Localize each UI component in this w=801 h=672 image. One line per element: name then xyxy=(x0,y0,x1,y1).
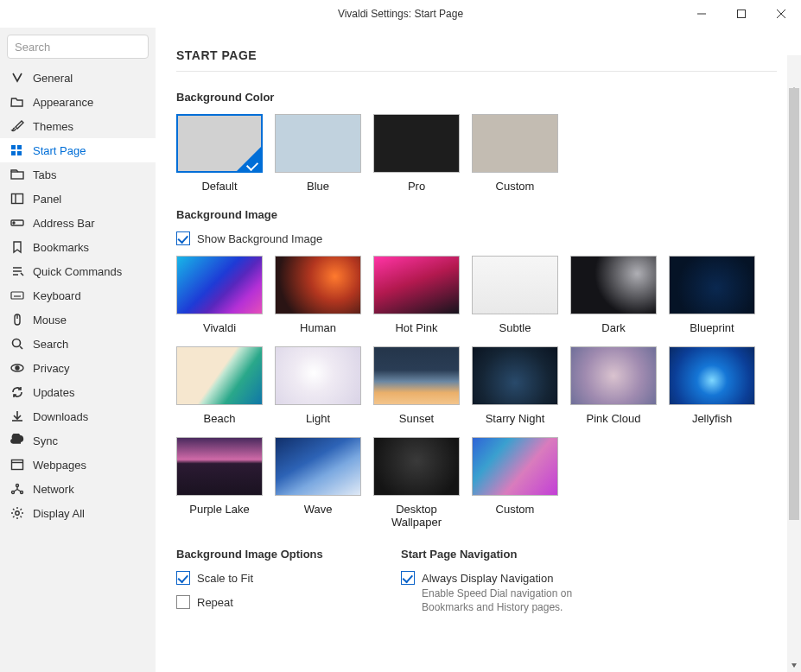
tile-human: Human xyxy=(275,256,361,334)
sidebar-item-updates[interactable]: Updates xyxy=(0,380,156,404)
scale-to-fit-label: Scale to Fit xyxy=(197,572,253,585)
swatch-dark[interactable] xyxy=(570,256,657,314)
tile-sunset: Sunset xyxy=(373,346,460,425)
scrollbar-track[interactable] xyxy=(787,55,801,672)
swatch-light[interactable] xyxy=(275,346,361,405)
sidebar-item-display-all[interactable]: Display All xyxy=(0,501,156,525)
sidebar-item-label: Display All xyxy=(33,507,85,520)
sidebar-item-label: Updates xyxy=(33,386,74,399)
sidebar-item-label: Privacy xyxy=(33,362,70,375)
swatch-beach[interactable] xyxy=(176,346,263,405)
sidebar-item-label: Start Page xyxy=(33,144,86,157)
show-bgimage-checkbox[interactable] xyxy=(176,231,190,245)
sidebar-item-tabs[interactable]: Tabs xyxy=(0,162,156,187)
repeat-label: Repeat xyxy=(197,596,233,609)
tile-label: Sunset xyxy=(399,412,434,425)
sidebar-item-address-bar[interactable]: Address Bar xyxy=(0,211,156,235)
downloads-icon xyxy=(10,409,24,423)
search-input[interactable] xyxy=(7,35,149,59)
bgimage-heading: Background Image xyxy=(176,208,777,221)
tile-label: Pink Cloud xyxy=(587,412,641,425)
tile-light: Light xyxy=(275,346,361,425)
swatch-pro[interactable] xyxy=(373,114,460,173)
swatch-sunset[interactable] xyxy=(373,346,460,405)
privacy-icon xyxy=(10,361,24,375)
swatch-hot-pink[interactable] xyxy=(373,256,460,314)
tile-custom: Custom xyxy=(472,114,558,193)
vivaldi-icon xyxy=(10,71,24,85)
tile-pro: Pro xyxy=(373,114,460,193)
tile-vivaldi: Vivaldi xyxy=(176,256,263,334)
svg-rect-8 xyxy=(11,172,23,179)
swatch-desktop-wallpaper[interactable] xyxy=(373,437,460,496)
swatch-human[interactable] xyxy=(275,256,361,314)
swatch-purple-lake[interactable] xyxy=(176,437,263,496)
sidebar-item-label: Quick Commands xyxy=(33,265,122,278)
tile-pink-cloud: Pink Cloud xyxy=(570,346,657,425)
sidebar-item-start-page[interactable]: Start Page xyxy=(0,138,156,162)
scale-to-fit-checkbox[interactable] xyxy=(176,571,190,585)
sidebar-item-bookmarks[interactable]: Bookmarks xyxy=(0,235,156,259)
tile-desktop-wallpaper: Desktop Wallpaper xyxy=(373,437,460,529)
tile-purple-lake: Purple Lake xyxy=(176,437,263,529)
swatch-blueprint[interactable] xyxy=(669,256,755,314)
tile-jellyfish: Jellyfish xyxy=(669,346,755,425)
close-button[interactable] xyxy=(761,0,801,28)
sidebar-item-privacy[interactable]: Privacy xyxy=(0,356,156,380)
tile-dark: Dark xyxy=(570,256,657,334)
always-display-nav-checkbox[interactable] xyxy=(401,571,415,585)
swatch-custom[interactable] xyxy=(472,437,558,496)
tile-label: Blue xyxy=(307,180,329,193)
minimize-button[interactable] xyxy=(682,0,722,28)
swatch-subtle[interactable] xyxy=(472,256,558,314)
tile-label: Desktop Wallpaper xyxy=(373,503,460,529)
sidebar-item-search[interactable]: Search xyxy=(0,332,156,356)
brush-icon xyxy=(10,119,24,133)
grid-icon xyxy=(10,143,24,157)
folder-icon xyxy=(10,95,24,109)
tile-blue: Blue xyxy=(275,114,361,193)
repeat-checkbox[interactable] xyxy=(176,595,190,609)
swatch-pink-cloud[interactable] xyxy=(570,346,657,405)
sidebar-item-general[interactable]: General xyxy=(0,66,156,90)
divider xyxy=(176,71,777,72)
sidebar-item-appearance[interactable]: Appearance xyxy=(0,90,156,114)
tile-wave: Wave xyxy=(275,437,361,529)
tile-label: Custom xyxy=(496,180,535,193)
tile-label: Human xyxy=(300,321,336,334)
maximize-button[interactable] xyxy=(722,0,761,28)
sidebar-item-mouse[interactable]: Mouse xyxy=(0,307,156,332)
tile-blueprint: Blueprint xyxy=(669,256,755,334)
sidebar-item-keyboard[interactable]: Keyboard xyxy=(0,283,156,307)
swatch-vivaldi[interactable] xyxy=(176,256,263,314)
sidebar-item-network[interactable]: Network xyxy=(0,477,156,501)
swatch-default[interactable] xyxy=(176,114,263,173)
startpage-nav-heading: Start Page Navigation xyxy=(401,548,603,561)
swatch-starry-night[interactable] xyxy=(472,346,558,405)
swatch-blue[interactable] xyxy=(275,114,361,173)
sidebar-item-panel[interactable]: Panel xyxy=(0,187,156,211)
sidebar-item-quick-commands[interactable]: Quick Commands xyxy=(0,259,156,283)
swatch-wave[interactable] xyxy=(275,437,361,496)
tile-label: Starry Night xyxy=(486,412,545,425)
sidebar-item-label: Downloads xyxy=(33,410,88,423)
sidebar-item-label: Themes xyxy=(33,120,73,133)
tile-subtle: Subtle xyxy=(472,256,558,334)
sidebar-item-sync[interactable]: Sync xyxy=(0,428,156,453)
sidebar-item-themes[interactable]: Themes xyxy=(0,114,156,138)
window-title: Vivaldi Settings: Start Page xyxy=(338,8,463,20)
scroll-down-icon[interactable] xyxy=(787,658,801,672)
sidebar-item-downloads[interactable]: Downloads xyxy=(0,404,156,428)
tile-custom: Custom xyxy=(472,437,558,529)
tile-label: Light xyxy=(306,412,330,425)
keyboard-icon xyxy=(10,288,24,302)
tile-label: Beach xyxy=(204,412,236,425)
webpages-icon xyxy=(10,458,24,472)
always-display-nav-label: Always Display Navigation xyxy=(422,572,553,585)
swatch-custom[interactable] xyxy=(472,114,558,173)
tile-label: Custom xyxy=(496,503,535,516)
swatch-jellyfish[interactable] xyxy=(669,346,755,405)
sidebar-item-label: Address Bar xyxy=(33,217,95,230)
scrollbar-thumb[interactable] xyxy=(789,88,799,520)
sidebar-item-webpages[interactable]: Webpages xyxy=(0,453,156,477)
